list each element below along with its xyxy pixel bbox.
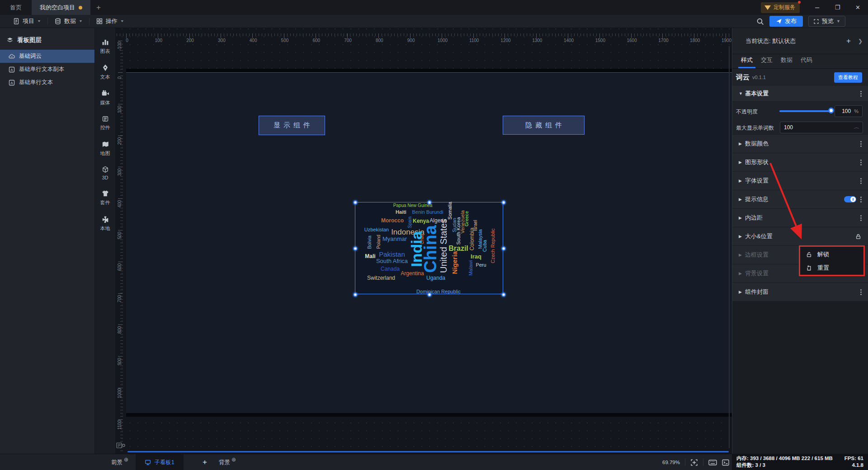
layer-item[interactable]: A基础单行文本副本 <box>0 63 94 76</box>
more-menu-icon[interactable] <box>860 291 862 293</box>
resize-handle[interactable] <box>502 293 506 297</box>
window-tab[interactable]: 首页 <box>0 0 32 15</box>
resize-handle[interactable] <box>354 293 358 297</box>
resize-handle[interactable] <box>354 247 358 251</box>
wordcloud-word: Peru <box>476 263 486 268</box>
ruler-label: 800 <box>376 38 383 43</box>
wordcloud-icon: T <box>8 53 15 60</box>
opacity-slider[interactable] <box>779 110 832 112</box>
layer-item[interactable]: A基础单行文本 <box>0 76 94 89</box>
inspector-tab-代码[interactable]: 代码 <box>797 54 816 68</box>
wordcloud-component[interactable]: Papua New GuineaHaitiBenin BurundiSomali… <box>355 202 503 294</box>
ruler-label: 0 <box>126 38 128 43</box>
resize-handle[interactable] <box>502 247 506 251</box>
new-tab-button[interactable]: + <box>90 0 107 15</box>
asset-tab-文本[interactable]: 文本 <box>100 64 110 80</box>
stepper-up-icon[interactable]: ︿ <box>854 124 860 131</box>
asset-tab-本地[interactable]: 本地 <box>100 215 110 232</box>
menu-操作[interactable]: 操作▼ <box>90 15 131 28</box>
asset-tab-套件[interactable]: 套件 <box>100 189 110 206</box>
max-words-input[interactable]: 100 ︿ <box>780 122 863 133</box>
more-menu-icon[interactable] <box>860 93 862 94</box>
foreground-label: 前景 <box>111 459 123 466</box>
inspector-tab-数据[interactable]: 数据 <box>777 54 797 68</box>
expand-states-icon[interactable]: ❯ <box>858 38 863 44</box>
menu-item-解锁[interactable]: 解锁 <box>800 248 863 261</box>
add-background-icon[interactable]: ⊕ <box>231 456 236 463</box>
preview-label: 预览 <box>822 17 834 25</box>
preview-button[interactable]: 预览 ▼ <box>808 16 845 27</box>
minimize-button[interactable]: ─ <box>807 0 827 15</box>
window-tab[interactable]: 我的空白项目 <box>32 0 90 15</box>
tutorial-button[interactable]: 查看教程 <box>834 72 862 83</box>
more-menu-icon[interactable] <box>860 217 862 219</box>
max-words-value: 100 <box>784 124 793 131</box>
custom-service-badge[interactable]: 定制服务 <box>761 2 800 13</box>
section-提示信息[interactable]: ▶提示信息 <box>732 190 868 208</box>
section-内边距[interactable]: ▶内边距 <box>732 209 868 227</box>
layer-item[interactable]: T基础词云 <box>0 50 94 63</box>
resize-handle[interactable] <box>428 293 432 297</box>
canvas-button-隐藏组件[interactable]: 隐藏组件 <box>503 116 585 135</box>
foreground-group[interactable]: 前景 ⊕ <box>111 454 128 470</box>
search-icon[interactable] <box>756 18 764 25</box>
asset-tab-图表[interactable]: 图表 <box>100 38 110 55</box>
resize-handle[interactable] <box>354 201 358 205</box>
wordcloud-word: Uganda <box>426 275 445 281</box>
more-menu-icon[interactable] <box>860 180 862 182</box>
menubar-actions: 发布 预览 ▼ <box>756 15 868 28</box>
section-组件封面[interactable]: ▶组件封面 <box>732 283 868 301</box>
maximize-button[interactable]: ❐ <box>827 0 848 15</box>
resize-handle[interactable] <box>428 201 432 205</box>
zoom-percent[interactable]: 69.79% <box>662 460 680 465</box>
horizontal-scrollbar[interactable] <box>127 451 729 452</box>
add-foreground-icon[interactable]: ⊕ <box>124 456 128 463</box>
inspector-tab-样式[interactable]: 样式 <box>737 54 757 68</box>
vertical-scrollbar[interactable] <box>729 46 730 448</box>
keyboard-shortcuts-icon[interactable] <box>708 459 717 466</box>
more-menu-icon[interactable] <box>860 143 862 145</box>
asset-tab-控件[interactable]: 控件 <box>100 115 110 131</box>
section-图形形状[interactable]: ▶图形形状 <box>732 153 868 171</box>
ruler-label: 1100 <box>117 420 122 430</box>
canvas-button-显示组件[interactable]: 显示组件 <box>259 116 325 135</box>
menu-item-重置[interactable]: 重置 <box>800 261 863 275</box>
component-name: 词云 <box>736 73 750 82</box>
ruler-label: 1100 <box>469 38 479 43</box>
section-数据颜色[interactable]: ▶数据颜色 <box>732 135 868 153</box>
state-header: 当前状态: 默认状态 + ❯ <box>732 28 868 54</box>
opacity-slider-knob[interactable] <box>828 108 834 113</box>
section-字体设置[interactable]: ▶字体设置 <box>732 172 868 190</box>
asset-tab-3D[interactable]: 3D <box>102 166 109 180</box>
more-menu-icon[interactable] <box>860 162 862 163</box>
add-state-button[interactable]: + <box>846 37 851 46</box>
more-menu-icon[interactable] <box>860 199 862 200</box>
menu-数据[interactable]: 数据▼ <box>48 15 89 28</box>
lock-icon[interactable] <box>855 233 862 240</box>
add-subboard-button[interactable]: + <box>203 454 207 470</box>
opacity-value-box[interactable]: 100 % <box>835 105 863 117</box>
status-bar: 内存: 393 / 3688 / 4096 MB 222 / 615 MB FP… <box>732 454 868 470</box>
caret-right-icon: ▶ <box>739 234 745 239</box>
app-version: 4.1.8 <box>852 462 863 469</box>
ruler-label: 800 <box>117 326 122 334</box>
publish-button[interactable]: 发布 <box>769 16 803 27</box>
section-basic-settings[interactable]: ▼ 基本设置 <box>732 86 868 101</box>
caret-right-icon: ▶ <box>739 141 745 146</box>
canvas[interactable]: 0100200300400500600700800900100011001200… <box>115 28 732 454</box>
ruler-guides-icon[interactable] <box>116 442 125 449</box>
menu-项目[interactable]: 项目▼ <box>6 15 47 28</box>
fit-screen-icon[interactable] <box>690 459 698 466</box>
asset-tab-媒体[interactable]: 媒体 <box>100 89 110 106</box>
asset-tab-地图[interactable]: 地图 <box>100 140 110 157</box>
wordcloud-word: Iraq <box>471 254 481 259</box>
background-group[interactable]: 背景 ⊕ <box>219 454 236 470</box>
subboard-tab[interactable]: 子看板1 <box>136 454 184 470</box>
console-icon[interactable] <box>722 459 729 466</box>
close-button[interactable]: ✕ <box>848 0 868 15</box>
tooltip-toggle[interactable] <box>844 196 856 202</box>
section-大小&位置[interactable]: ▶大小&位置 <box>732 227 868 245</box>
inspector-tab-交互[interactable]: 交互 <box>757 54 777 68</box>
layers-icon <box>6 37 14 44</box>
resize-handle[interactable] <box>502 201 506 205</box>
